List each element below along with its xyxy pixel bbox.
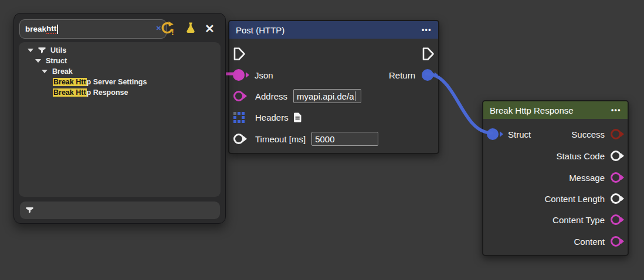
struct-pin-label: Struct [508,129,531,139]
headers-pin-label: Headers [255,112,289,122]
svg-text:!: ! [171,28,174,37]
exec-in-pin-icon[interactable] [233,47,246,61]
node-post-http[interactable]: Post (HTTP) ••• Json Return Address myap… [228,20,439,154]
tree-item-break-http-server-settings[interactable]: Break Http Server Settings [19,77,221,87]
tree-item-break[interactable]: Break [19,66,221,77]
category-funnel-icon [38,47,46,54]
chevron-down-icon[interactable] [42,70,48,73]
exec-out-pin-icon[interactable] [422,47,435,61]
address-input-socket[interactable] [233,91,244,101]
search-match-highlight: Break Htt [53,78,87,86]
status-code-output-socket[interactable] [611,151,621,161]
output-label: Content Type [553,215,605,225]
content-length-output-socket[interactable] [611,193,621,204]
return-output-socket[interactable] [422,69,433,81]
chevron-down-icon[interactable] [28,49,33,52]
struct-input-socket[interactable] [487,128,499,140]
output-label: Content Length [544,194,605,204]
close-panel-icon[interactable]: ✕ [205,23,215,34]
refresh-alert-icon[interactable]: ! [161,21,175,36]
output-label: Content [574,237,605,247]
tree-label: Struct [46,57,67,65]
tree-label: Utils [50,46,66,54]
node-editor-canvas[interactable]: Post (HTTP) ••• Json Return Address myap… [0,0,644,280]
json-pin-label: Json [255,70,273,80]
tree-item-utils[interactable]: Utils [19,45,221,56]
tree-item-struct[interactable]: Struct [19,56,221,66]
node-title: Post (HTTP) [236,25,284,35]
node-break-http-response[interactable]: Break Http Response ••• Struct Success S… [482,100,629,256]
timeout-pin-label: Timeout [ms] [255,134,306,144]
chevron-down-icon[interactable] [35,59,41,63]
json-input-socket[interactable] [233,69,245,81]
search-text-misspelled: htt [46,24,56,34]
node-menu-button[interactable]: ••• [422,26,432,34]
output-label: Status Code [556,151,605,161]
content-output-socket[interactable] [611,236,621,247]
tree-label: p Response [87,88,128,97]
node-break-header[interactable]: Break Http Response ••• [483,101,628,119]
search-results-tree: Utils Struct Break Break Http Server Set… [19,42,221,197]
tree-label: p Server Settings [87,78,147,86]
node-search-panel[interactable]: break htt ✕ ! ✕ Utils Struct [13,13,226,224]
return-pin-label: Return [389,70,415,80]
text-caret [355,91,356,101]
timeout-input-socket[interactable] [233,134,244,144]
node-post-http-header[interactable]: Post (HTTP) ••• [229,21,438,39]
node-title: Break Http Response [490,105,574,115]
search-input[interactable]: break htt ✕ [19,19,167,39]
text-caret [57,25,58,34]
tree-item-break-http-response[interactable]: Break Http Response [19,87,221,98]
search-text: break [25,25,46,33]
address-field[interactable]: myapi.api.de/a [293,89,361,103]
message-output-socket[interactable] [611,172,621,183]
search-match-highlight: Break Htt [53,88,87,97]
node-menu-button[interactable]: ••• [611,106,621,114]
experiment-flask-icon[interactable] [185,22,196,35]
timeout-field[interactable]: 5000 [311,132,378,146]
document-icon[interactable] [293,112,302,122]
success-output-socket[interactable] [611,129,621,139]
filter-funnel-icon [26,207,33,214]
filter-bar[interactable] [20,202,220,219]
output-label: Message [569,173,605,183]
content-type-output-socket[interactable] [611,214,621,225]
map-type-socket-icon[interactable] [233,112,245,123]
address-pin-label: Address [255,91,287,101]
tree-label: Break [52,67,73,76]
output-label: Success [571,129,605,139]
